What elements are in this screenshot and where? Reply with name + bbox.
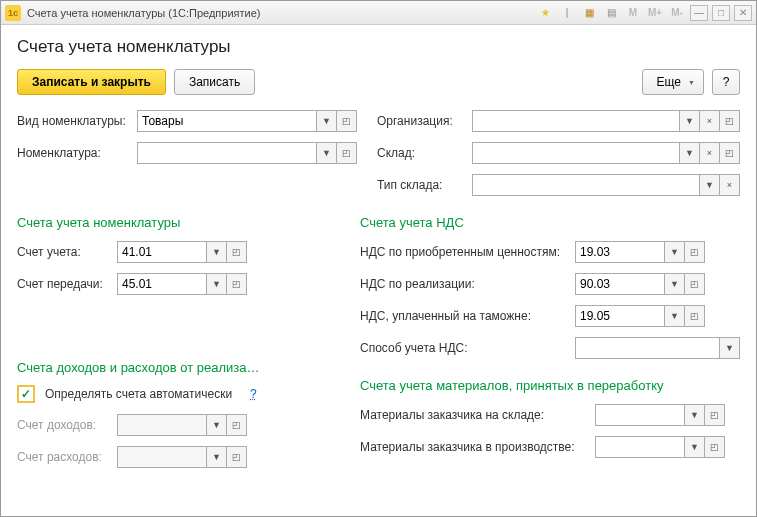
clear-icon[interactable]: × <box>700 110 720 132</box>
calendar-icon[interactable]: ▤ <box>602 5 620 21</box>
whtype-label: Тип склада: <box>377 178 472 192</box>
top-fields: Вид номенклатуры: ▼ ◰ Номенклатура: ▼ ◰ <box>17 109 740 205</box>
separator-icon: | <box>558 5 576 21</box>
vat-customs-input[interactable] <box>575 305 665 327</box>
open-icon[interactable]: ◰ <box>720 110 740 132</box>
open-icon: ◰ <box>227 446 247 468</box>
open-icon[interactable]: ◰ <box>685 305 705 327</box>
expense-label: Счет расходов: <box>17 450 117 464</box>
calculator-icon[interactable]: ▦ <box>580 5 598 21</box>
open-icon[interactable]: ◰ <box>227 273 247 295</box>
vat-customs-label: НДС, уплаченный на таможне: <box>360 309 575 323</box>
dropdown-icon[interactable]: ▼ <box>685 404 705 426</box>
window-title: Счета учета номенклатуры (1С:Предприятие… <box>27 7 536 19</box>
m-minus-button[interactable]: M- <box>668 5 686 21</box>
open-icon[interactable]: ◰ <box>685 241 705 263</box>
nomen-label: Номенклатура: <box>17 146 137 160</box>
kind-input[interactable] <box>137 110 317 132</box>
system-buttons: ★ | ▦ ▤ M M+ M- — □ ✕ <box>536 5 752 21</box>
dropdown-icon[interactable]: ▼ <box>680 110 700 132</box>
whtype-input[interactable] <box>472 174 700 196</box>
org-input[interactable] <box>472 110 680 132</box>
dropdown-icon[interactable]: ▼ <box>700 174 720 196</box>
titlebar: 1c Счета учета номенклатуры (1С:Предприя… <box>1 1 756 25</box>
dropdown-icon: ▼ <box>207 414 227 436</box>
vat-method-input[interactable] <box>575 337 720 359</box>
dropdown-icon[interactable]: ▼ <box>317 110 337 132</box>
wh-label: Склад: <box>377 146 472 160</box>
accounts-title: Счета учета номенклатуры <box>17 215 340 230</box>
vat-sales-label: НДС по реализации: <box>360 277 575 291</box>
auto-help-link[interactable]: ? <box>250 387 257 401</box>
app-icon: 1c <box>5 5 21 21</box>
open-icon[interactable]: ◰ <box>705 436 725 458</box>
dropdown-icon[interactable]: ▼ <box>720 337 740 359</box>
auto-checkbox[interactable]: ✓ <box>17 385 35 403</box>
minimize-button[interactable]: — <box>690 5 708 21</box>
mat-inprod-label: Материалы заказчика в производстве: <box>360 440 595 454</box>
open-icon[interactable]: ◰ <box>705 404 725 426</box>
toolbar: Записать и закрыть Записать Еще ? <box>17 69 740 95</box>
window: 1c Счета учета номенклатуры (1С:Предприя… <box>0 0 757 517</box>
income-input <box>117 414 207 436</box>
close-button[interactable]: ✕ <box>734 5 752 21</box>
mat-onwh-input[interactable] <box>595 404 685 426</box>
nomen-input[interactable] <box>137 142 317 164</box>
dropdown-icon[interactable]: ▼ <box>680 142 700 164</box>
vat-sales-input[interactable] <box>575 273 665 295</box>
vat-method-label: Способ учета НДС: <box>360 341 575 355</box>
dropdown-icon: ▼ <box>207 446 227 468</box>
materials-title: Счета учета материалов, принятых в перер… <box>360 378 740 393</box>
open-icon[interactable]: ◰ <box>337 110 357 132</box>
lower-sections: Счета учета номенклатуры Счет учета: ▼ ◰… <box>17 205 740 477</box>
m-button[interactable]: M <box>624 5 642 21</box>
mat-inprod-input[interactable] <box>595 436 685 458</box>
acct-input[interactable] <box>117 241 207 263</box>
kind-label: Вид номенклатуры: <box>17 114 137 128</box>
transfer-input[interactable] <box>117 273 207 295</box>
dropdown-icon[interactable]: ▼ <box>207 273 227 295</box>
open-icon[interactable]: ◰ <box>685 273 705 295</box>
page-title: Счета учета номенклатуры <box>17 37 740 57</box>
transfer-label: Счет передачи: <box>17 277 117 291</box>
wh-input[interactable] <box>472 142 680 164</box>
vat-purchased-input[interactable] <box>575 241 665 263</box>
open-icon[interactable]: ◰ <box>337 142 357 164</box>
help-button[interactable]: ? <box>712 69 740 95</box>
clear-icon[interactable]: × <box>720 174 740 196</box>
income-title: Счета доходов и расходов от реализа… <box>17 360 340 375</box>
mat-onwh-label: Материалы заказчика на складе: <box>360 408 595 422</box>
save-close-button[interactable]: Записать и закрыть <box>17 69 166 95</box>
auto-label: Определять счета автоматически <box>45 387 232 401</box>
dropdown-icon[interactable]: ▼ <box>685 436 705 458</box>
content: Счета учета номенклатуры Записать и закр… <box>1 25 756 516</box>
org-label: Организация: <box>377 114 472 128</box>
vat-title: Счета учета НДС <box>360 215 740 230</box>
income-label: Счет доходов: <box>17 418 117 432</box>
open-icon[interactable]: ◰ <box>720 142 740 164</box>
clear-icon[interactable]: × <box>700 142 720 164</box>
dropdown-icon[interactable]: ▼ <box>665 273 685 295</box>
vat-purchased-label: НДС по приобретенным ценностям: <box>360 245 575 259</box>
open-icon[interactable]: ◰ <box>227 241 247 263</box>
save-button[interactable]: Записать <box>174 69 255 95</box>
dropdown-icon[interactable]: ▼ <box>317 142 337 164</box>
maximize-button[interactable]: □ <box>712 5 730 21</box>
open-icon: ◰ <box>227 414 247 436</box>
m-plus-button[interactable]: M+ <box>646 5 664 21</box>
dropdown-icon[interactable]: ▼ <box>207 241 227 263</box>
more-button[interactable]: Еще <box>642 69 704 95</box>
acct-label: Счет учета: <box>17 245 117 259</box>
expense-input <box>117 446 207 468</box>
favorite-icon[interactable]: ★ <box>536 5 554 21</box>
dropdown-icon[interactable]: ▼ <box>665 305 685 327</box>
dropdown-icon[interactable]: ▼ <box>665 241 685 263</box>
